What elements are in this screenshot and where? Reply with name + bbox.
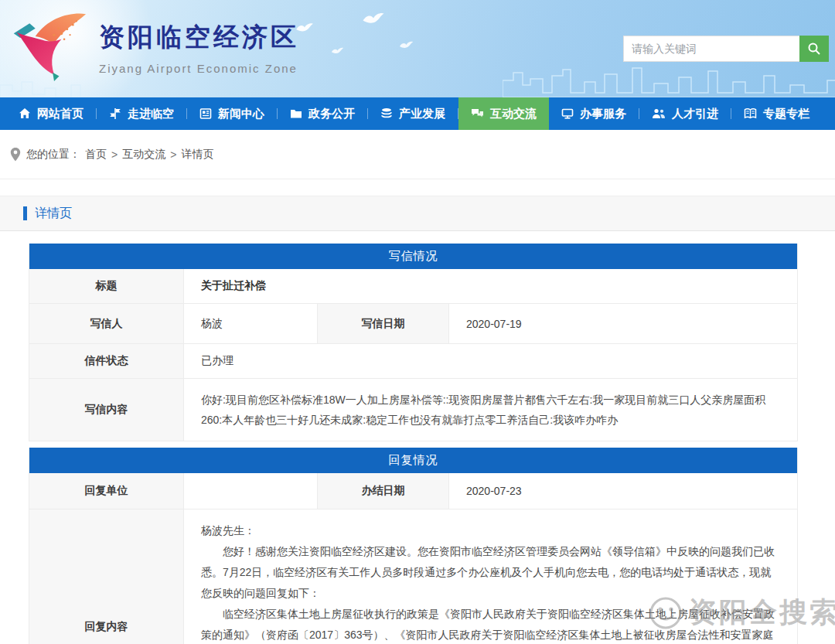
- table-row: 写信人 杨波 写信日期 2020-07-19: [29, 304, 797, 344]
- breadcrumb-separator: >: [170, 148, 176, 161]
- reply-paragraph: 临空经济区集体土地上房屋征收执行的政策是《资阳市人民政府关于资阳临空经济区集体土…: [201, 604, 780, 644]
- nav-item-label: 走进临空: [128, 107, 174, 121]
- nav-item-label: 办事服务: [580, 107, 626, 121]
- nav-item-label: 产业发展: [399, 107, 445, 121]
- nav-item-label: 互动交流: [490, 107, 537, 121]
- search-button[interactable]: [799, 36, 829, 62]
- table-row: 标题 关于扯迁补偿: [29, 269, 797, 304]
- location-pin-icon: [9, 147, 22, 162]
- monitor-icon: [561, 107, 574, 120]
- dove-icon: [362, 11, 385, 26]
- folder-icon: [290, 107, 302, 120]
- industry-icon: [380, 107, 393, 120]
- nav-item-gov-affairs[interactable]: 政务公开: [278, 97, 367, 130]
- reply-unit-label: 回复单位: [29, 473, 184, 509]
- nav-item-services[interactable]: 办事服务: [549, 97, 639, 130]
- search-input[interactable]: [623, 36, 799, 62]
- breadcrumb-prefix: 您的位置：: [26, 148, 80, 162]
- search-icon: [807, 42, 821, 56]
- letter-table: 写信情况 标题 关于扯迁补偿 写信人 杨波 写信日期 2020-07-19 信件…: [29, 244, 798, 441]
- home-icon: [19, 107, 31, 120]
- chat-icon: [471, 107, 484, 120]
- nav-item-label: 专题专栏: [763, 107, 809, 121]
- letter-content-value: 你好:现目前您区补偿标准18W一人加上房屋补偿等::现资阳房屋普片都售六千左右:…: [184, 379, 797, 441]
- section-bar: 详情页: [0, 196, 835, 231]
- writer-label: 写信人: [29, 304, 184, 343]
- site-subtitle: Ziyang Airport Economic Zone: [99, 62, 299, 75]
- page-title: 详情页: [35, 206, 72, 222]
- reply-table-header: 回复情况: [29, 448, 797, 473]
- nav-item-interaction[interactable]: 互动交流: [458, 97, 549, 130]
- city-skyline: [0, 74, 93, 97]
- breadcrumb-separator: >: [111, 148, 118, 161]
- nav-item-label: 网站首页: [37, 107, 84, 121]
- nav-item-label: 政务公开: [308, 107, 355, 121]
- nav-item-special[interactable]: 专题专栏: [731, 97, 822, 130]
- table-row: 写信内容 你好:现目前您区补偿标准18W一人加上房屋补偿等::现资阳房屋普片都售…: [29, 379, 797, 441]
- nav-item-label: 新闻中心: [218, 107, 264, 121]
- reply-paragraph: 您好！感谢您关注资阳临空经济区建设。您在资阳市临空经济区管理委员会网站《领导信箱…: [201, 541, 780, 604]
- dove-icon: [331, 46, 344, 55]
- write-date-value: 2020-07-19: [449, 304, 797, 343]
- title-value: 关于扯迁补偿: [184, 269, 797, 303]
- brand-block: 资阳临空经济区 Ziyang Airport Economic Zone: [99, 20, 299, 75]
- site-title: 资阳临空经济区: [99, 20, 299, 55]
- status-label: 信件状态: [29, 344, 184, 378]
- letter-table-header: 写信情况: [29, 244, 797, 269]
- letter-content-cell: 你好:现目前您区补偿标准18W一人加上房屋补偿等::现资阳房屋普片都售六千左右:…: [184, 379, 797, 441]
- close-date-label: 办结日期: [318, 473, 449, 509]
- dove-icon: [399, 40, 414, 49]
- writer-value: 杨波: [184, 304, 318, 343]
- signpost-icon: [109, 107, 121, 120]
- search-box: [623, 36, 829, 62]
- breadcrumb: 您的位置： 首页 > 互动交流 > 详情页: [0, 130, 835, 179]
- breadcrumb-home[interactable]: 首页: [85, 148, 107, 162]
- reply-content-label: 回复内容: [29, 509, 184, 644]
- write-date-label: 写信日期: [318, 304, 449, 343]
- status-value: 已办理: [184, 344, 797, 378]
- title-label: 标题: [29, 269, 184, 303]
- nav-item-home[interactable]: 网站首页: [6, 97, 96, 130]
- nav-item-industry[interactable]: 产业发展: [368, 97, 458, 130]
- table-row: 回复内容 杨波先生： 您好！感谢您关注资阳临空经济区建设。您在资阳市临空经济区管…: [29, 509, 797, 644]
- nav-item-news[interactable]: 新闻中心: [187, 97, 277, 130]
- table-row: 信件状态 已办理: [29, 344, 797, 379]
- reply-unit-value: [184, 473, 318, 509]
- close-date-value: 2020-07-23: [449, 473, 797, 509]
- nav-item-talent[interactable]: 人才引进: [639, 97, 731, 130]
- main-nav: 网站首页 走进临空 新闻中心 政务公开 产业发展 互动交流 办事服务 人才引进 …: [0, 97, 835, 130]
- reply-table: 回复情况 回复单位 办结日期 2020-07-23 回复内容 杨波先生： 您好！…: [29, 448, 798, 644]
- nav-item-label: 人才引进: [672, 107, 718, 121]
- table-row: 回复单位 办结日期 2020-07-23: [29, 473, 797, 509]
- news-icon: [199, 107, 212, 120]
- nav-item-about[interactable]: 走进临空: [97, 97, 186, 130]
- section-marker: [23, 206, 27, 220]
- people-icon: [652, 107, 666, 120]
- breadcrumb-interaction[interactable]: 互动交流: [122, 148, 165, 162]
- dove-icon: [295, 22, 314, 33]
- site-header: 资阳临空经济区 Ziyang Airport Economic Zone: [0, 0, 835, 97]
- letter-content-label: 写信内容: [29, 379, 184, 441]
- reply-content-cell: 杨波先生： 您好！感谢您关注资阳临空经济区建设。您在资阳市临空经济区管理委员会网…: [184, 509, 797, 644]
- book-icon: [744, 107, 757, 120]
- reply-paragraph: 杨波先生：: [201, 520, 780, 541]
- breadcrumb-current: 详情页: [181, 148, 213, 162]
